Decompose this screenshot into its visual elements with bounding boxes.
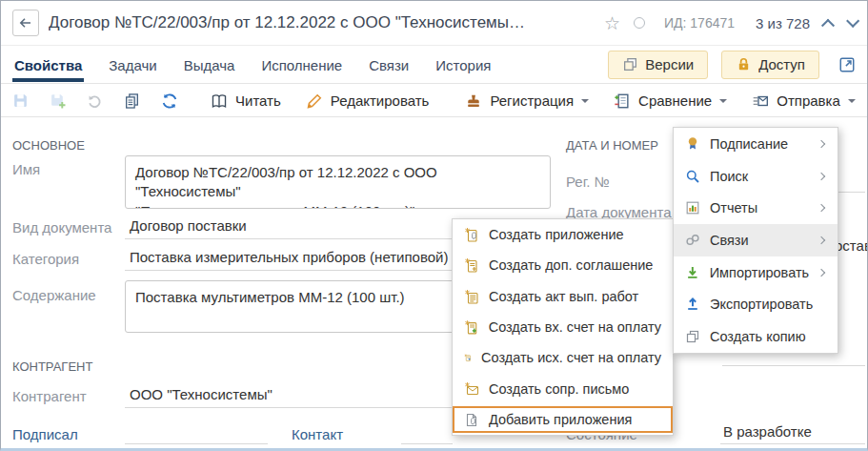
versions-icon: [622, 56, 638, 72]
menu-item-signing[interactable]: Подписание: [674, 128, 838, 160]
create-attachment-icon: [464, 227, 479, 242]
counterparty-field-label: Контрагент: [12, 388, 87, 404]
name-field-input[interactable]: Договор №ТС/22/003/пр от 12.12.2022 с ОО…: [125, 155, 551, 209]
create-incoming-invoice-icon: [464, 319, 479, 335]
menu-item-search[interactable]: Поиск: [674, 160, 838, 193]
menu-item-export[interactable]: Экспортировать: [674, 289, 838, 321]
properties-form: ОСНОВНОЕ Имя Договор №ТС/22/003/пр от 12…: [1, 117, 867, 448]
lock-icon: [736, 56, 752, 72]
status-circle-icon[interactable]: [634, 17, 645, 29]
menu-item-import[interactable]: Импортировать: [674, 256, 838, 289]
tab-issuance[interactable]: Выдача: [182, 48, 237, 82]
subject-field-label: Содержание: [12, 287, 96, 303]
menu-item-add-attachments[interactable]: Добавить приложения: [453, 404, 673, 435]
doc-kind-field-label: Вид документа: [12, 219, 111, 236]
pager-counter: 3 из 728: [756, 15, 810, 31]
compare-icon: [614, 92, 631, 110]
menu-item-create-copy[interactable]: Создать копию: [674, 320, 838, 353]
contact-field-input[interactable]: [401, 420, 453, 444]
create-agreement-icon: [464, 257, 479, 273]
open-in-window-icon[interactable]: [838, 56, 856, 73]
more-actions-menu: Подписание Поиск Отчеты Связи Импортиров: [673, 127, 838, 354]
page-title: Договор №ТС/22/003/пр от 12.12.2022 с ОО…: [49, 13, 525, 32]
search-icon: [685, 169, 700, 184]
submenu-arrow-icon: [818, 204, 825, 212]
chevron-down-icon: [719, 99, 727, 107]
reg-number-field-label: Рег. №: [566, 174, 610, 190]
export-icon: [685, 297, 700, 312]
back-button[interactable]: [12, 10, 39, 36]
hidden-field-underline[interactable]: [722, 365, 865, 366]
signed-by-field-input[interactable]: [125, 420, 268, 444]
send-button[interactable]: Отправка: [752, 92, 856, 110]
read-button[interactable]: Читать: [211, 92, 281, 110]
signed-by-field-label[interactable]: Подписал: [12, 426, 78, 442]
next-document-icon[interactable]: [846, 14, 859, 28]
tab-tasks[interactable]: Задачи: [107, 48, 158, 82]
document-card-window: Договор №ТС/22/003/пр от 12.12.2022 с ОО…: [0, 0, 868, 451]
save-as-new-icon: [50, 91, 66, 112]
book-icon: [211, 92, 228, 110]
reg-number-field-input[interactable]: [837, 192, 865, 193]
chevron-down-icon: [848, 99, 856, 107]
edit-button[interactable]: Редактировать: [306, 92, 430, 110]
pencil-icon: [306, 92, 323, 110]
undo-icon: [87, 91, 103, 112]
create-act-icon: [464, 289, 479, 304]
submenu-arrow-icon: [818, 172, 825, 179]
tab-bar: Свойства Задачи Выдача Исполнение Связи …: [1, 46, 867, 84]
registration-button[interactable]: Регистрация: [465, 92, 589, 110]
header: Договор №ТС/22/003/пр от 12.12.2022 с ОО…: [1, 1, 867, 46]
versions-button[interactable]: Версии: [608, 51, 708, 79]
stamp-icon: [465, 92, 482, 110]
reports-icon: [685, 200, 700, 215]
tab-links[interactable]: Связи: [367, 48, 411, 82]
signing-medal-icon: [685, 136, 700, 152]
section-date-number: ДАТА И НОМЕР: [566, 138, 658, 153]
tab-execution[interactable]: Исполнение: [259, 48, 344, 82]
tab-history[interactable]: История: [434, 48, 493, 82]
menu-item-reports[interactable]: Отчеты: [674, 192, 838, 224]
links-icon: [685, 233, 700, 248]
menu-item-links[interactable]: Связи: [674, 224, 838, 256]
clipped-field-value: остав: [835, 237, 868, 254]
refresh-icon[interactable]: [161, 91, 178, 112]
menu-item-create-act[interactable]: Создать акт вып. работ: [453, 281, 673, 312]
menu-item-create-agreement[interactable]: Создать доп. соглашение: [453, 250, 673, 280]
section-main: ОСНОВНОЕ: [12, 138, 85, 153]
doc-id: ИД: 176471: [664, 15, 735, 31]
access-button[interactable]: Доступ: [721, 51, 819, 79]
contact-field-label[interactable]: Контакт: [292, 426, 343, 442]
state-field-input[interactable]: В разработке: [720, 420, 865, 444]
menu-item-create-cover-letter[interactable]: Создать сопр. письмо: [453, 373, 673, 403]
submenu-arrow-icon: [818, 236, 825, 244]
menu-item-create-outgoing-invoice[interactable]: Создать исх. счет на оплату: [453, 342, 673, 373]
import-icon: [685, 265, 700, 280]
save-icon: [12, 91, 29, 112]
copy-icon[interactable]: [124, 91, 140, 112]
add-attachments-icon: [464, 412, 479, 427]
links-submenu: Создать приложение Создать доп. соглашен…: [452, 218, 674, 436]
favorite-star-icon[interactable]: ☆: [604, 14, 620, 32]
category-field-label: Категория: [12, 251, 79, 267]
section-counterparty: КОНТРАГЕНТ: [12, 359, 92, 374]
send-envelope-icon: [752, 92, 769, 110]
duplicate-icon: [685, 329, 700, 344]
tab-properties[interactable]: Свойства: [12, 48, 84, 82]
name-field-label: Имя: [12, 161, 40, 177]
submenu-arrow-icon: [818, 269, 825, 277]
create-cover-letter-icon: [464, 381, 479, 397]
arrow-left-icon: [18, 15, 33, 31]
action-toolbar: Читать Редактировать Регистрация Сравнен…: [1, 85, 867, 117]
compare-button[interactable]: Сравнение: [614, 92, 727, 110]
menu-item-create-attachment[interactable]: Создать приложение: [453, 219, 673, 250]
submenu-arrow-icon: [818, 140, 825, 148]
menu-item-create-incoming-invoice[interactable]: Создать вх. счет на оплату: [453, 312, 673, 342]
chevron-down-icon: [581, 99, 589, 107]
prev-document-icon[interactable]: [821, 19, 835, 32]
create-outgoing-invoice-icon: [464, 350, 472, 365]
